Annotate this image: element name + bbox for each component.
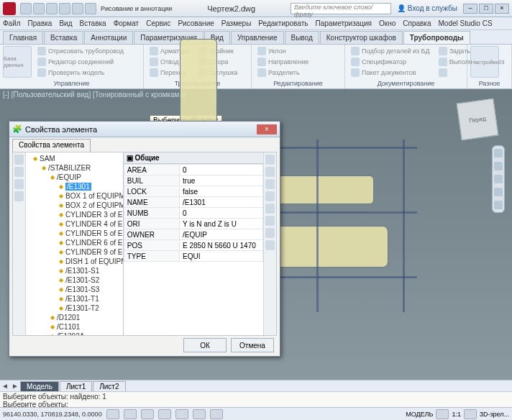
tree-node[interactable]: DISH 1 of EQUIPMENT /E xyxy=(27,257,123,266)
tree-node[interactable]: /E1301-S2 xyxy=(27,275,123,285)
tree-tool-icon[interactable] xyxy=(14,179,24,189)
ok-button[interactable]: ОК xyxy=(183,338,227,352)
maximize-button[interactable]: □ xyxy=(479,4,493,14)
tree-node[interactable]: /EQUIP xyxy=(27,173,123,182)
tree-node[interactable]: /C1101 xyxy=(27,322,123,332)
ribbon-tab[interactable]: Вывод xyxy=(285,31,319,44)
app-logo[interactable] xyxy=(3,2,16,15)
menu-item[interactable]: Параметризация xyxy=(315,19,372,27)
dialog-close-button[interactable]: × xyxy=(257,124,277,134)
tree-tool-icon[interactable] xyxy=(14,167,24,177)
prop-tool-icon[interactable] xyxy=(265,191,275,201)
ribbon-tab[interactable]: Управление xyxy=(231,31,284,44)
view-label[interactable]: [-] [Пользовательский вид] [Тонированный… xyxy=(3,91,186,99)
property-value[interactable]: EQUI xyxy=(180,251,263,262)
dialog-titlebar[interactable]: 🧩 Свойства элемента × xyxy=(9,122,280,137)
ribbon-tab[interactable]: Конструктор шкафов xyxy=(320,31,403,44)
property-group-header[interactable]: ▣ Общие xyxy=(124,152,263,164)
tree-tool-icon[interactable] xyxy=(14,191,24,201)
search-input[interactable]: Введите ключевое слово/фразу xyxy=(291,3,391,14)
tree-node[interactable]: BOX 1 of EQUIPMENT /E1 xyxy=(27,191,123,201)
dialog-tab[interactable]: Свойства элемента xyxy=(12,139,91,152)
layout-tab[interactable]: Лист2 xyxy=(93,381,125,391)
qat-save-icon[interactable] xyxy=(46,3,58,14)
menu-item[interactable]: Файл xyxy=(3,19,21,27)
property-value[interactable]: /EQUIP xyxy=(180,229,263,240)
tree-node[interactable]: CYLINDER 9 of EQUIPMEN xyxy=(27,247,123,257)
ribbon-tab[interactable]: Аннотации xyxy=(84,31,133,44)
qat-open-icon[interactable] xyxy=(33,3,45,14)
settings-button[interactable]: Настройки xyxy=(470,46,499,78)
status-space[interactable]: МОДЕЛЬ xyxy=(406,411,433,418)
ribbon-command[interactable]: Уклон xyxy=(255,46,311,56)
property-value[interactable]: 0 xyxy=(180,208,263,219)
tree-node[interactable]: /E1301-T2 xyxy=(27,303,123,313)
status-scale[interactable]: 1:1 xyxy=(452,411,461,418)
ribbon-command[interactable]: Проверить модель xyxy=(35,68,127,78)
menu-item[interactable]: Сервис xyxy=(146,19,170,27)
menu-item[interactable]: Рисование xyxy=(178,19,214,27)
nav-orbit-icon[interactable] xyxy=(494,188,503,196)
tree-node[interactable]: CYLINDER 5 of EQUIPMEN xyxy=(27,229,123,238)
property-value[interactable]: 0 xyxy=(180,165,263,175)
workspace-dropdown[interactable]: Рисование и аннотации xyxy=(101,5,172,12)
prop-tool-icon[interactable] xyxy=(265,179,275,189)
ribbon-tab[interactable]: Главная xyxy=(3,31,43,44)
property-value[interactable]: Y is N and Z is U xyxy=(180,219,263,229)
command-line[interactable]: Выберите объекты: найдено: 1 Выберите об… xyxy=(0,391,512,407)
tree-node[interactable]: SAM xyxy=(27,154,123,163)
menu-item[interactable]: Окно xyxy=(379,19,396,27)
status-grid-icon[interactable] xyxy=(124,409,137,419)
qat-print-icon[interactable] xyxy=(85,3,96,14)
element-tree[interactable]: SAM/STABILIZER/EQUIP/E1301BOX 1 of EQUIP… xyxy=(26,152,123,335)
ribbon-command[interactable]: Спецификатор xyxy=(348,57,433,67)
status-polar-icon[interactable] xyxy=(158,409,171,419)
ribbon-command[interactable]: Пакет документов xyxy=(348,68,433,78)
ribbon-tab[interactable]: Вставка xyxy=(44,31,83,44)
status-ortho-icon[interactable] xyxy=(141,409,154,419)
minimize-button[interactable]: – xyxy=(463,4,477,14)
menu-item[interactable]: Формат xyxy=(114,19,140,27)
tree-node[interactable]: CYLINDER 4 of EQUIPMEN xyxy=(27,219,123,229)
status-dyn-icon[interactable] xyxy=(210,409,223,419)
tree-node[interactable]: CYLINDER 6 of EQUIPMEN xyxy=(27,238,123,247)
status-snap-icon[interactable] xyxy=(106,409,119,419)
layout-tab[interactable]: Модель xyxy=(20,381,59,391)
login-link[interactable]: 👤 Вход в службы xyxy=(397,4,457,12)
qat-redo-icon[interactable] xyxy=(72,3,83,14)
property-value[interactable]: false xyxy=(180,186,263,197)
prop-tool-icon[interactable] xyxy=(265,204,275,214)
property-value[interactable]: /E1301 xyxy=(180,197,263,208)
ribbon-command[interactable]: Подбор деталей из БД xyxy=(348,46,433,56)
tab-scroll-right[interactable]: ► xyxy=(10,382,20,390)
prop-tool-icon[interactable] xyxy=(265,228,275,238)
tree-node[interactable]: /E1301-S1 xyxy=(27,266,123,275)
menu-item[interactable]: Справка xyxy=(403,19,431,27)
nav-zoom-icon[interactable] xyxy=(494,175,503,183)
ribbon-tab[interactable]: Трубопроводы xyxy=(403,31,470,44)
ribbon-command[interactable]: Направление xyxy=(255,57,311,67)
menu-item[interactable]: Редактировать xyxy=(258,19,308,27)
status-osnap-icon[interactable] xyxy=(175,409,188,419)
property-value[interactable]: E 2850 N 5660 U 1470 xyxy=(180,240,263,251)
ribbon-command[interactable]: Разделить xyxy=(255,68,311,78)
nav-showmotion-icon[interactable] xyxy=(494,201,503,209)
status-visualstyle[interactable]: 3D-зрел... xyxy=(480,411,509,418)
ribbon-command[interactable]: Редактор соединений xyxy=(35,57,127,67)
prop-tool-icon[interactable] xyxy=(265,216,275,226)
prop-tool-icon[interactable] xyxy=(265,167,275,177)
menu-item[interactable]: Правка xyxy=(28,19,52,27)
status-icon[interactable] xyxy=(436,409,449,419)
status-icon[interactable] xyxy=(464,409,477,419)
qat-new-icon[interactable] xyxy=(20,3,32,14)
close-button[interactable]: × xyxy=(495,4,509,14)
database-button[interactable]: База данных xyxy=(3,46,32,78)
cancel-button[interactable]: Отмена xyxy=(231,338,274,352)
prop-tool-icon[interactable] xyxy=(265,155,275,165)
tab-scroll-left[interactable]: ◄ xyxy=(0,382,10,390)
tree-node[interactable]: /E1302A xyxy=(27,332,123,335)
nav-wheel-icon[interactable] xyxy=(494,149,503,158)
ribbon-command[interactable]: Отрисовать трубопровод xyxy=(35,46,127,56)
tree-tool-icon[interactable] xyxy=(14,155,24,165)
qat-undo-icon[interactable] xyxy=(59,3,70,14)
